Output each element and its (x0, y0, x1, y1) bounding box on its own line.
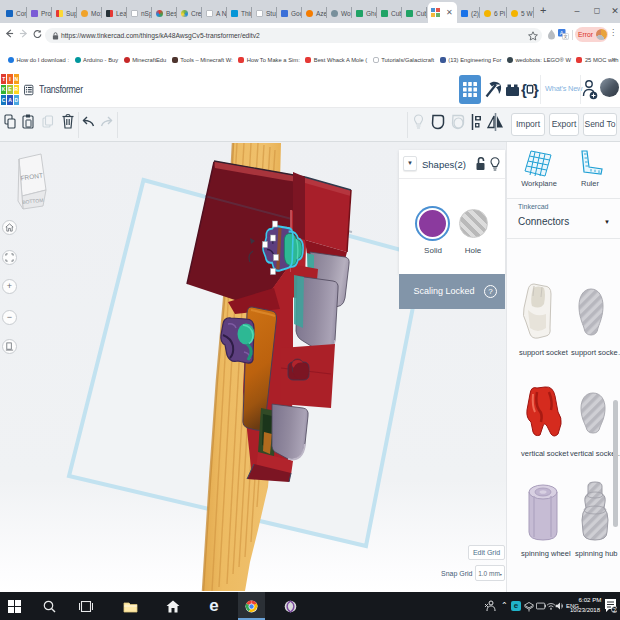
svg-text:}: } (533, 81, 539, 98)
svg-text:2: 2 (613, 607, 616, 613)
svg-text:{: { (521, 81, 527, 98)
svg-text:文: 文 (563, 34, 568, 39)
